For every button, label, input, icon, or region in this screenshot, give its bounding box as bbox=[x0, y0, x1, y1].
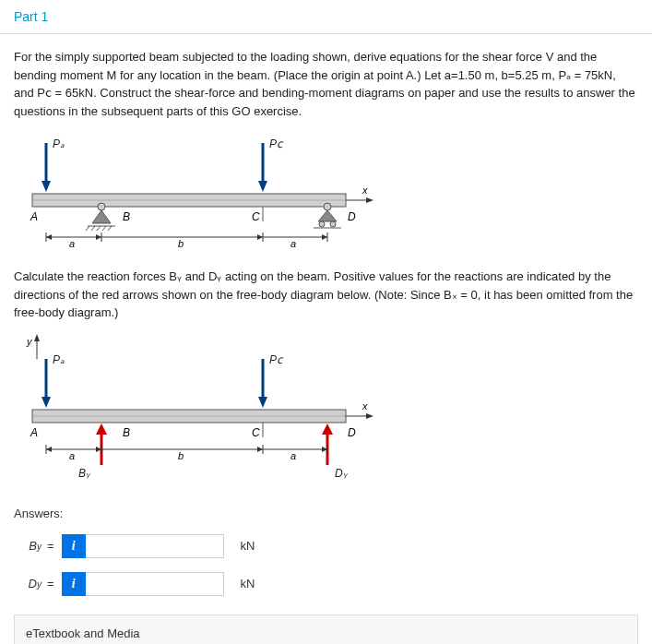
label-b-point: B bbox=[123, 210, 130, 223]
answer-row-dy: Dy = i kN bbox=[14, 572, 638, 596]
label-x2: x bbox=[362, 400, 368, 411]
label-dim-b: b bbox=[178, 238, 184, 249]
svg-point-16 bbox=[324, 203, 331, 210]
label-pc2: Pᴄ bbox=[269, 353, 284, 366]
svg-line-14 bbox=[102, 226, 106, 231]
svg-line-11 bbox=[86, 226, 89, 231]
svg-line-13 bbox=[97, 226, 101, 231]
dy-input[interactable] bbox=[86, 572, 224, 596]
info-icon[interactable]: i bbox=[62, 534, 86, 558]
svg-marker-40 bbox=[258, 397, 267, 408]
svg-marker-38 bbox=[41, 397, 51, 408]
unit-by: kN bbox=[241, 539, 255, 553]
etextbook-panel[interactable]: eTextbook and Media bbox=[14, 614, 638, 645]
svg-point-18 bbox=[319, 221, 325, 227]
equals-dy: = bbox=[47, 577, 54, 590]
svg-marker-46 bbox=[322, 423, 333, 435]
svg-marker-55 bbox=[257, 447, 263, 452]
calc-text: Calculate the reaction forces Bᵧ and Dᵧ … bbox=[14, 268, 638, 322]
label-c-point2: C bbox=[252, 426, 260, 439]
answers-heading: Answers: bbox=[14, 507, 638, 520]
label-c-point: C bbox=[252, 210, 260, 223]
by-input[interactable] bbox=[86, 534, 224, 558]
svg-line-15 bbox=[108, 226, 112, 231]
label-d-point2: D bbox=[348, 426, 356, 439]
answer-sub-by: y bbox=[37, 542, 41, 552]
svg-marker-34 bbox=[34, 334, 40, 341]
svg-marker-31 bbox=[322, 234, 327, 240]
content: For the simply supported beam subjected … bbox=[0, 34, 652, 644]
svg-point-8 bbox=[98, 203, 105, 210]
beam-diagram-1: Pₐ Pᴄ x A B C D bbox=[14, 129, 383, 258]
answer-var-by: B bbox=[29, 539, 37, 553]
answer-var-dy: D bbox=[29, 577, 37, 590]
svg-marker-24 bbox=[46, 234, 52, 240]
svg-marker-25 bbox=[96, 234, 101, 240]
part-header: Part 1 bbox=[0, 0, 652, 34]
label-by: Bᵧ bbox=[78, 467, 91, 480]
svg-marker-7 bbox=[366, 197, 373, 203]
svg-marker-3 bbox=[41, 181, 51, 192]
info-icon[interactable]: i bbox=[62, 572, 86, 596]
label-dim-a2b: a bbox=[290, 450, 296, 461]
svg-marker-42 bbox=[366, 413, 373, 419]
svg-marker-51 bbox=[46, 447, 52, 452]
label-pc: Pᴄ bbox=[269, 137, 284, 150]
svg-marker-5 bbox=[258, 181, 267, 192]
label-pa2: Pₐ bbox=[53, 353, 65, 366]
label-b-point2: B bbox=[123, 426, 130, 439]
label-dim-bb: b bbox=[178, 450, 184, 461]
label-x: x bbox=[362, 185, 368, 196]
label-pa: Pₐ bbox=[53, 137, 65, 150]
label-y: y bbox=[26, 336, 33, 347]
unit-dy: kN bbox=[241, 577, 255, 590]
label-dim-a2: a bbox=[290, 238, 296, 249]
answer-row-by: By = i kN bbox=[14, 534, 638, 558]
svg-marker-17 bbox=[318, 210, 337, 221]
label-a-point2: A bbox=[30, 426, 38, 439]
svg-marker-44 bbox=[96, 423, 107, 435]
svg-point-19 bbox=[330, 221, 336, 227]
label-dim-a1: a bbox=[69, 238, 75, 249]
problem-text: For the simply supported beam subjected … bbox=[14, 48, 638, 120]
answer-sub-dy: y bbox=[37, 579, 41, 590]
svg-marker-28 bbox=[257, 234, 263, 240]
label-dy: Dᵧ bbox=[335, 467, 349, 480]
beam-diagram-2: y Pₐ Pᴄ x A B C D Bᵧ bbox=[14, 331, 383, 488]
equals-by: = bbox=[47, 539, 54, 553]
svg-marker-9 bbox=[92, 210, 111, 223]
label-d-point: D bbox=[348, 210, 356, 223]
svg-line-12 bbox=[91, 226, 95, 231]
label-a-point: A bbox=[30, 210, 38, 223]
label-dim-a1b: a bbox=[69, 450, 75, 461]
